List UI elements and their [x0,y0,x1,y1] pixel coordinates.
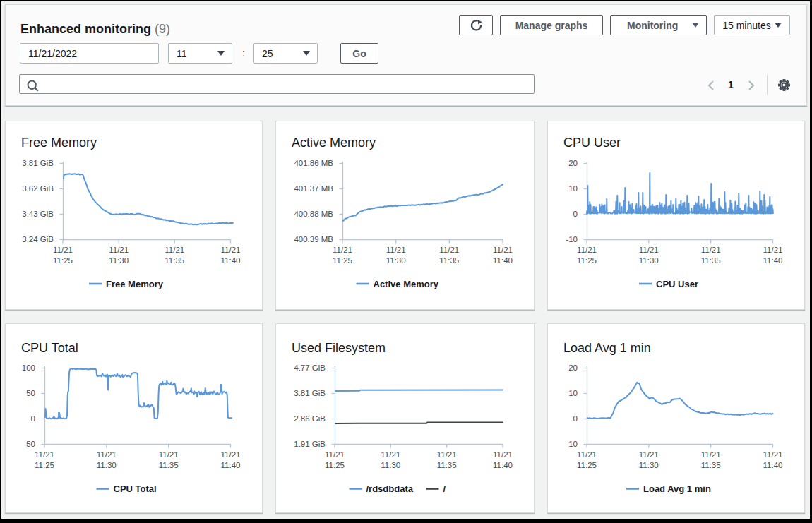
svg-text:/: / [443,483,446,494]
svg-text:20: 20 [568,363,578,372]
svg-text:11:30: 11:30 [639,461,659,469]
svg-text:100: 100 [22,363,35,372]
svg-text:CPU Total: CPU Total [114,483,157,494]
svg-text:401.86 MB: 401.86 MB [294,159,333,167]
svg-text:11:30: 11:30 [639,256,659,265]
svg-text:11:25: 11:25 [577,461,597,469]
svg-text:11:40: 11:40 [763,256,783,265]
svg-text:400.88 MB: 400.88 MB [294,210,333,218]
svg-text:-50: -50 [23,440,35,448]
svg-text:11/21: 11/21 [763,246,783,254]
svg-text:11/21: 11/21 [221,450,241,459]
svg-text:11:35: 11:35 [165,256,184,265]
svg-text:11/21: 11/21 [35,450,54,459]
svg-text:CPU Total: CPU Total [21,341,78,355]
svg-text:11:30: 11:30 [109,256,129,265]
svg-text:11:25: 11:25 [53,256,73,265]
svg-text:11/21: 11/21 [333,246,352,254]
svg-text:11/21: 11/21 [639,246,659,254]
svg-text:11/21: 11/21 [493,450,513,459]
svg-text:401.37 MB: 401.37 MB [294,184,333,193]
svg-text:/rdsdbdata: /rdsdbdata [366,483,414,494]
svg-text:Free Memory: Free Memory [106,279,164,289]
svg-text:11/21: 11/21 [701,246,721,254]
svg-text:3.62 GiB: 3.62 GiB [22,184,54,193]
svg-text:11/21: 11/21 [381,450,400,459]
svg-text:11/21: 11/21 [493,246,513,254]
svg-text:11:40: 11:40 [493,256,513,265]
svg-text:11/21: 11/21 [159,450,179,459]
svg-text:1.91 GiB: 1.91 GiB [294,440,326,448]
svg-text:11:35: 11:35 [439,256,459,265]
svg-text:11:40: 11:40 [221,256,241,265]
svg-text:11/21: 11/21 [701,450,721,459]
svg-text:0: 0 [573,414,578,423]
svg-text:11/21: 11/21 [577,450,597,459]
svg-text:11/21: 11/21 [165,246,184,254]
svg-text:11/21: 11/21 [386,246,406,254]
svg-text:Load Avg 1 min: Load Avg 1 min [643,483,711,494]
svg-text:11/21: 11/21 [97,450,117,459]
svg-text:0: 0 [31,414,35,423]
svg-text:CPU User: CPU User [563,136,621,150]
svg-text:10: 10 [568,184,578,193]
svg-text:3.43 GiB: 3.43 GiB [22,210,54,218]
svg-text:11/21: 11/21 [439,246,459,254]
svg-text:50: 50 [26,389,35,397]
svg-text:0: 0 [573,210,578,218]
svg-text:2.86 GiB: 2.86 GiB [294,414,326,423]
svg-text:11:40: 11:40 [221,461,241,469]
svg-text:Active Memory: Active Memory [374,279,439,289]
svg-text:11:30: 11:30 [386,256,406,265]
svg-text:11/21: 11/21 [763,450,783,459]
svg-text:3.24 GiB: 3.24 GiB [22,235,54,244]
svg-text:11/21: 11/21 [437,450,457,459]
svg-text:11:30: 11:30 [381,461,400,469]
svg-text:Active Memory: Active Memory [292,136,376,150]
svg-text:11:25: 11:25 [577,256,597,265]
svg-text:11:35: 11:35 [437,461,457,469]
svg-text:Free Memory: Free Memory [21,136,97,150]
svg-text:11/21: 11/21 [639,450,659,459]
svg-text:11:25: 11:25 [333,256,352,265]
svg-text:11:35: 11:35 [159,461,179,469]
svg-text:-10: -10 [566,235,578,244]
svg-text:3.81 GiB: 3.81 GiB [22,159,54,167]
svg-text:11:35: 11:35 [701,461,721,469]
svg-text:CPU User: CPU User [656,279,698,289]
svg-text:11:35: 11:35 [701,256,721,265]
svg-text:11/21: 11/21 [53,246,73,254]
svg-text:11/21: 11/21 [221,246,241,254]
svg-text:11/21: 11/21 [325,450,345,459]
svg-text:11/21: 11/21 [577,246,597,254]
svg-text:10: 10 [568,389,578,397]
svg-text:-10: -10 [566,440,578,448]
svg-text:4.77 GiB: 4.77 GiB [294,363,326,372]
svg-text:Load Avg 1 min: Load Avg 1 min [563,341,651,355]
svg-text:11:25: 11:25 [325,461,345,469]
svg-text:Used Filesystem: Used Filesystem [292,341,386,355]
svg-text:11:30: 11:30 [97,461,117,469]
svg-text:11/21: 11/21 [109,246,129,254]
svg-text:400.39 MB: 400.39 MB [294,235,333,244]
svg-text:11:40: 11:40 [763,461,783,469]
svg-text:3.81 GiB: 3.81 GiB [294,389,326,397]
svg-text:11:40: 11:40 [493,461,513,469]
svg-text:11:25: 11:25 [35,461,54,469]
svg-text:20: 20 [568,159,578,167]
